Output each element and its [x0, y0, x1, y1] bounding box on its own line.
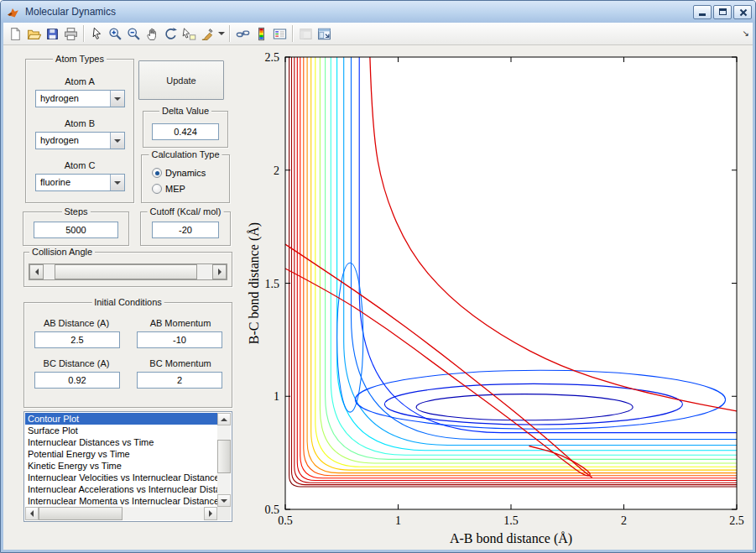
brush-button[interactable]	[198, 24, 216, 44]
ab-distance-field[interactable]: 2.5	[34, 331, 120, 348]
brush-dropdown-arrow-icon[interactable]	[216, 24, 226, 44]
open-file-button[interactable]	[24, 24, 43, 44]
atom-b-dropdown[interactable]: hydrogen	[35, 132, 125, 149]
mep-radio-label: MEP	[165, 184, 185, 194]
data-cursor-icon	[182, 27, 196, 41]
steps-field[interactable]: 5000	[34, 222, 118, 238]
show-plot-tools-button[interactable]	[315, 24, 333, 44]
plot-background	[285, 57, 737, 509]
x-tick-label: 1.5	[503, 514, 519, 527]
dynamics-radio[interactable]: Dynamics	[152, 167, 206, 179]
hide-plot-tools-icon	[299, 27, 313, 41]
panel-title: Collision Angle	[29, 247, 95, 257]
toolbar-separator	[229, 25, 230, 42]
dropdown-arrow-icon[interactable]	[110, 133, 124, 149]
scroll-left-icon[interactable]	[25, 507, 39, 520]
atom-a-label: Atom A	[26, 76, 133, 86]
list-item[interactable]: Internuclear Accelerations vs Internucle…	[25, 483, 217, 495]
rotate-3d-icon	[164, 27, 178, 41]
rotate-3d-button[interactable]	[161, 24, 180, 44]
y-tick-label: 0.5	[265, 503, 280, 516]
list-item[interactable]: Internuclear Velocities vs Internuclear …	[25, 472, 217, 483]
radio-icon	[152, 168, 162, 178]
calculation-type-panel: Calculation Type Dynamics MEP	[141, 154, 230, 203]
minimize-button[interactable]	[693, 5, 712, 19]
pan-icon	[145, 27, 159, 41]
vertical-scrollbar[interactable]	[217, 413, 231, 507]
collision-angle-panel: Collision Angle	[23, 252, 232, 287]
insert-legend-button[interactable]	[270, 24, 289, 44]
pan-button[interactable]	[143, 24, 161, 44]
listbox-items: Contour PlotSurface PlotInternuclear Dis…	[25, 413, 217, 507]
close-button[interactable]	[733, 5, 752, 19]
print-figure-button[interactable]	[61, 24, 80, 44]
window-controls	[693, 5, 752, 19]
list-item[interactable]: Surface Plot	[25, 425, 217, 436]
bc-momentum-label: BC Momentum	[133, 358, 227, 368]
list-item[interactable]: Kinetic Energy vs Time	[25, 460, 217, 472]
zoom-out-button[interactable]	[124, 24, 143, 44]
hide-plot-tools-button[interactable]	[296, 24, 315, 44]
collision-angle-slider[interactable]	[29, 263, 227, 280]
bc-distance-field[interactable]: 0.92	[34, 372, 120, 389]
horizontal-scrollbar[interactable]	[25, 507, 217, 520]
y-axis-label: B-C bond distance (Å)	[247, 222, 262, 344]
edit-plot-button[interactable]	[87, 24, 106, 44]
y-tick-label: 2.5	[265, 51, 280, 64]
list-item[interactable]: Internuclear Distances vs Time	[25, 436, 217, 448]
delta-value-panel: Delta Value 0.424	[143, 111, 228, 148]
titlebar[interactable]: Molecular Dynamics	[1, 1, 755, 23]
bc-momentum-field[interactable]: 2	[137, 372, 222, 389]
figure-client-area: 0.511.522.50.511.522.5A-B bond distance …	[3, 23, 753, 550]
new-figure-button[interactable]	[6, 24, 24, 44]
data-cursor-button[interactable]	[180, 24, 198, 44]
dropdown-arrow-icon[interactable]	[110, 91, 124, 107]
horizontal-scrollbar-thumb[interactable]	[39, 507, 123, 520]
steps-panel: Steps 5000	[23, 211, 129, 246]
scroll-down-icon[interactable]	[217, 494, 231, 507]
x-tick-label: 0.5	[278, 514, 293, 527]
figure-toolbar	[3, 23, 753, 45]
update-button[interactable]: Update	[138, 60, 224, 100]
figure-canvas: 0.511.522.50.511.522.5A-B bond distance …	[3, 45, 753, 550]
slider-left-arrow-icon[interactable]	[29, 264, 44, 279]
window-title: Molecular Dynamics	[25, 6, 116, 18]
zoom-in-button[interactable]	[106, 24, 124, 44]
atom-b-label: Atom B	[26, 118, 133, 128]
panel-title: Cutoff (Kcal/ mol)	[148, 206, 224, 217]
list-item[interactable]: Contour Plot	[25, 413, 217, 425]
atom-a-dropdown[interactable]: hydrogen	[35, 90, 125, 107]
slider-right-arrow-icon[interactable]	[212, 264, 227, 279]
save-figure-button[interactable]	[43, 24, 61, 44]
y-tick-label: 1.5	[265, 278, 280, 290]
link-plot-button[interactable]	[233, 24, 252, 44]
panel-title: Atom Types	[53, 54, 107, 64]
atom-c-value: fluorine	[40, 177, 70, 187]
insert-legend-icon	[273, 27, 287, 41]
maximize-button[interactable]	[713, 5, 732, 19]
list-item[interactable]: Internuclear Momenta vs Internuclear Dis…	[25, 495, 217, 507]
new-figure-icon	[8, 27, 23, 41]
atom-c-dropdown[interactable]: fluorine	[35, 174, 125, 191]
panel-title: Initial Conditions	[91, 297, 164, 307]
delta-value-field[interactable]: 0.424	[152, 123, 219, 140]
list-item[interactable]: Potential Energy vs Time	[25, 448, 217, 460]
panel-title: Delta Value	[159, 106, 211, 116]
scroll-right-icon[interactable]	[204, 507, 217, 520]
insert-colorbar-button[interactable]	[252, 24, 270, 44]
figure-window: Molecular Dynamics 0.511.522.50.511.522.…	[0, 0, 756, 553]
mep-radio[interactable]: MEP	[152, 183, 185, 195]
toolbar-overflow-icon[interactable]	[743, 29, 749, 38]
vertical-scrollbar-thumb[interactable]	[217, 440, 231, 473]
dropdown-arrow-icon[interactable]	[110, 175, 124, 190]
x-tick-label: 1	[395, 514, 401, 527]
ab-momentum-label: AB Momentum	[133, 318, 227, 328]
print-figure-icon	[64, 27, 78, 41]
x-tick-label: 2.5	[729, 514, 744, 527]
atom-types-panel: Atom Types Atom A hydrogen Atom B hydrog…	[25, 59, 134, 203]
cutoff-field[interactable]: -20	[152, 222, 219, 238]
scroll-up-icon[interactable]	[217, 413, 231, 425]
slider-thumb[interactable]	[55, 264, 197, 279]
ab-momentum-field[interactable]: -10	[137, 331, 222, 348]
matlab-figure-icon	[7, 5, 20, 18]
